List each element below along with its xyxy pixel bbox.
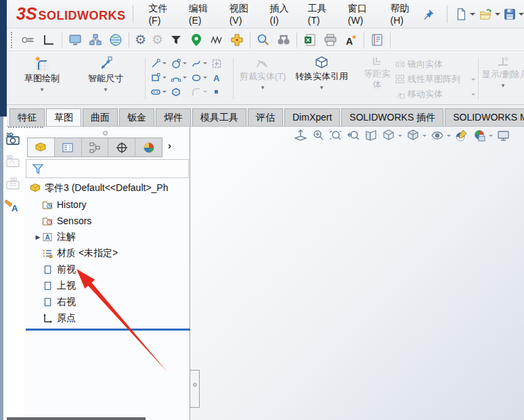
tree-item-front-plane[interactable]: 前视	[26, 261, 189, 278]
panel-drag-dots[interactable]	[8, 127, 43, 130]
tab-solidworks-addins[interactable]: SOLIDWORKS 插件	[341, 108, 443, 126]
menu-insert[interactable]: 插入(I)	[261, 3, 299, 26]
rectangle-dropdown[interactable]	[162, 77, 167, 79]
line-dropdown[interactable]	[162, 62, 167, 64]
apply-scene-dropdown[interactable]	[489, 135, 493, 137]
ellipse-dropdown[interactable]	[203, 77, 207, 79]
tab-sketch[interactable]: 草图	[46, 108, 81, 126]
panel-collapse-handle[interactable]	[103, 131, 108, 135]
view-orientation-dropdown[interactable]	[398, 135, 402, 137]
point-tool[interactable]	[211, 85, 232, 99]
tab-sheet-metal[interactable]: 钣金	[119, 108, 154, 126]
circle-dropdown[interactable]	[183, 62, 187, 64]
zoom-in-out-icon[interactable]	[311, 129, 325, 142]
tree-item-material[interactable]: 材质 <未指定>	[26, 245, 189, 261]
tree-item-annotations[interactable]: ▶ A 注解	[26, 229, 189, 245]
help-book-icon[interactable]	[370, 33, 385, 47]
3d-views-icon[interactable]: 3D	[5, 130, 21, 146]
featuremanager-tab[interactable]	[28, 138, 55, 156]
dimxpertmanager-tab[interactable]	[108, 138, 135, 156]
save-icon[interactable]	[503, 7, 517, 21]
pin-menu-icon[interactable]	[422, 8, 435, 20]
spline-tool[interactable]	[191, 56, 211, 70]
tab-solidworks-mbd[interactable]: SOLIDWORKS MBD	[445, 108, 524, 126]
displaymanager-tab[interactable]	[135, 138, 162, 156]
rectangle-tool[interactable]	[150, 70, 171, 85]
open-document-icon[interactable]	[478, 7, 493, 21]
display-style-icon[interactable]	[406, 129, 420, 142]
menu-edit[interactable]: 编辑(E)	[180, 3, 221, 26]
monitor-icon[interactable]	[68, 33, 83, 47]
circle-tool[interactable]	[171, 56, 191, 70]
view-settings-icon[interactable]	[497, 129, 510, 142]
arc-tool[interactable]	[171, 70, 191, 85]
hide-show-items-dropdown[interactable]	[447, 135, 451, 137]
menu-window[interactable]: 窗口(W)	[339, 3, 382, 26]
fillet-tool[interactable]	[191, 85, 211, 99]
menu-tools[interactable]: 工具(T)	[299, 3, 339, 26]
expand-arrow-icon[interactable]: ▶	[34, 234, 42, 240]
display-style-dropdown[interactable]	[422, 135, 427, 137]
convert-entities-button[interactable]: 转换实体引用 ▾	[286, 55, 357, 91]
fillet-dropdown[interactable]	[203, 91, 207, 93]
tree-item-origin[interactable]: 原点	[26, 310, 189, 327]
configurationmanager-tab[interactable]	[82, 138, 109, 156]
pin-marker-icon[interactable]	[189, 33, 204, 47]
tree-root-part[interactable]: 零件3 (Default<<Default>_Ph	[26, 180, 189, 196]
tree-item-history[interactable]: History	[26, 196, 189, 213]
tab-surfaces[interactable]: 曲面	[83, 108, 118, 126]
propertymanager-tab[interactable]	[55, 138, 82, 156]
tab-weldments[interactable]: 焊件	[156, 108, 191, 126]
save-dropdown[interactable]	[519, 13, 524, 16]
smart-dimension-button[interactable]: 智能尺寸 ▾	[74, 56, 137, 93]
ellipse-tool[interactable]	[191, 70, 211, 85]
convert-dropdown[interactable]: ▾	[320, 84, 324, 91]
annotation-paint-icon[interactable]: A	[5, 197, 21, 213]
gear-icon[interactable]: ⚙	[135, 33, 146, 47]
binoculars-icon[interactable]	[276, 33, 291, 47]
graphics-viewport[interactable]	[191, 127, 524, 420]
hide-show-items-icon[interactable]	[431, 129, 444, 142]
sketch-dropdown[interactable]: ▾	[41, 86, 44, 93]
tree-item-sensors[interactable]: Sensors	[26, 213, 189, 229]
select-box-tool[interactable]	[211, 56, 232, 70]
funnel-icon[interactable]	[169, 33, 183, 47]
previous-view-icon[interactable]	[347, 129, 360, 142]
tab-features[interactable]: 特征	[9, 108, 45, 126]
polygon-tool[interactable]	[171, 85, 191, 99]
slot-dropdown[interactable]	[162, 91, 167, 93]
zoom-to-fit-icon[interactable]	[294, 129, 307, 142]
view-orientation-icon[interactable]	[382, 129, 395, 142]
tab-dimxpert[interactable]: DimXpert	[284, 108, 340, 126]
smart-dimension-dropdown[interactable]: ▾	[104, 86, 108, 93]
open-document-dropdown[interactable]	[495, 13, 500, 16]
screw-icon[interactable]	[21, 33, 36, 47]
section-view-icon[interactable]	[364, 129, 378, 142]
toolbar-drag-handle[interactable]	[11, 32, 16, 48]
excel-export-icon[interactable]	[303, 33, 318, 47]
tree-item-top-plane[interactable]: 上视	[26, 278, 189, 294]
angle-icon[interactable]	[41, 33, 56, 47]
tab-evaluate[interactable]: 评估	[248, 108, 283, 126]
pipe-fitting-icon[interactable]	[230, 33, 244, 47]
menu-file[interactable]: 文件(F)	[139, 3, 179, 26]
rollback-bar[interactable]	[26, 329, 190, 331]
new-document-dropdown[interactable]	[470, 13, 475, 16]
new-note-icon[interactable]: A	[343, 33, 358, 47]
magnifier-icon[interactable]	[256, 33, 271, 47]
network-icon[interactable]	[88, 33, 103, 47]
gear-secondary-icon[interactable]: ⚙	[152, 33, 163, 47]
apply-scene-icon[interactable]	[473, 129, 486, 142]
line-tool[interactable]	[150, 56, 171, 70]
text-tool[interactable]: A	[211, 70, 232, 85]
panel-splitter-handle[interactable]	[190, 370, 200, 408]
tree-filter-bar[interactable]	[26, 159, 189, 178]
panel-expand-chevron[interactable]: ›	[168, 140, 171, 151]
spring-icon[interactable]	[209, 33, 224, 47]
spline-dropdown[interactable]	[203, 62, 207, 64]
zoom-to-area-icon[interactable]	[329, 129, 343, 142]
tab-mold-tools[interactable]: 模具工具	[192, 108, 246, 126]
menu-help[interactable]: 帮助(H)	[382, 3, 422, 26]
globe-icon[interactable]	[108, 33, 123, 47]
slot-tool[interactable]	[150, 85, 171, 99]
